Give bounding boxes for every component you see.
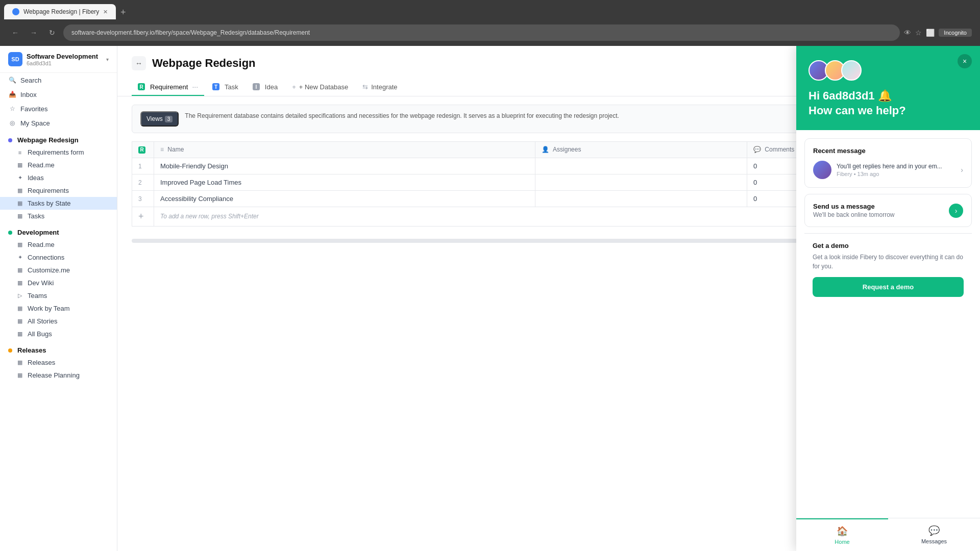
url-bar[interactable]: software-development.fibery.io/fibery/sp… [63, 24, 900, 41]
sub-item-teams[interactable]: ▷ Teams [0, 289, 117, 302]
workspace-header[interactable]: SD Software Development 6ad8d3d1 ▾ [0, 46, 117, 73]
assignees-icon: 👤 [542, 146, 549, 153]
section-releases-dot-icon [8, 348, 12, 353]
send-message-card[interactable]: Send us a message We'll be back online t… [804, 194, 972, 227]
sub-item-tasks-by-state[interactable]: ▦ Tasks by State [0, 197, 117, 210]
sidebar-item-favorites[interactable]: ☆ Favorites [0, 102, 117, 116]
sub-item-all-stories[interactable]: ▦ All Stories [0, 315, 117, 328]
tab-new-database[interactable]: + + New Database [286, 79, 354, 96]
chat-close-button[interactable]: × [958, 54, 972, 68]
demo-section: Get a demo Get a look inside Fibery to d… [804, 233, 972, 305]
request-demo-button[interactable]: Request a demo [813, 277, 964, 297]
sidebar: SD Software Development 6ad8d3d1 ▾ 🔍 Sea… [0, 46, 117, 551]
tab-integrate[interactable]: ⇆ Integrate [356, 79, 403, 96]
search-icon: 🔍 [8, 76, 16, 84]
tab-task[interactable]: T Task [206, 79, 244, 96]
tab-idea-label: Idea [265, 83, 278, 91]
section-name-releases: Releases [17, 346, 46, 354]
row-name-3[interactable]: Accessibility Compliance [154, 190, 535, 207]
sub-item-ideas[interactable]: ✦ Ideas [0, 171, 117, 184]
sub-item-all-bugs[interactable]: ▦ All Bugs [0, 328, 117, 340]
add-row-plus[interactable]: + [132, 207, 154, 226]
section-name-development: Development [17, 229, 59, 236]
section-development: Development ▦ Read.me ✦ Connections ▦ Cu… [0, 224, 117, 340]
section-dot-icon [8, 138, 12, 142]
workspace-info: Software Development 6ad8d3d1 [27, 53, 98, 66]
requirements-label: Requirements [28, 187, 69, 194]
row-assignees-3[interactable] [535, 190, 747, 207]
chat-header: × Hi 6ad8d3d1 🔔 How can we help? [796, 46, 980, 130]
sub-item-requirements[interactable]: ▦ Requirements [0, 184, 117, 197]
ideas-label: Ideas [28, 174, 44, 182]
all-bugs-icon: ▦ [16, 331, 23, 338]
inbox-icon: 📥 [8, 90, 16, 98]
recent-message-title: Recent message [813, 147, 963, 155]
section-header-webpage-redesign[interactable]: Webpage Redesign [0, 132, 117, 146]
recent-message-separator: • [854, 171, 857, 177]
chat-footer-home-tab[interactable]: 🏠 Home [796, 518, 888, 551]
refresh-button[interactable]: ↻ [45, 26, 59, 40]
chat-body: Recent message You'll get replies here a… [796, 130, 980, 518]
workspace-icon: SD [8, 52, 22, 66]
releases-icon: ▦ [16, 359, 23, 366]
views-button[interactable]: Views 3 [140, 111, 179, 127]
row-assignees-2[interactable] [535, 174, 747, 190]
devwiki-label: Dev Wiki [28, 279, 54, 287]
sidebar-item-search[interactable]: 🔍 Search [0, 73, 117, 87]
footer-messages-label: Messages [921, 538, 947, 544]
sub-item-release-planning[interactable]: ▦ Release Planning [0, 369, 117, 382]
tab-favicon [12, 8, 19, 15]
customize-icon: ▦ [16, 267, 23, 274]
back-navigation-icon[interactable]: ↔ [132, 56, 146, 70]
row-name-2[interactable]: Improved Page Load Times [154, 174, 535, 190]
row-assignees-1[interactable] [535, 158, 747, 174]
sub-item-releases[interactable]: ▦ Releases [0, 356, 117, 369]
recent-message-content: You'll get replies here and in your em..… [813, 161, 963, 179]
back-button[interactable]: ← [8, 26, 22, 40]
teams-label: Teams [28, 292, 47, 299]
tab-requirement[interactable]: R Requirement ··· [132, 79, 204, 96]
sub-item-work-by-team[interactable]: ▦ Work by Team [0, 302, 117, 315]
chat-footer-messages-tab[interactable]: 💬 Messages [888, 518, 980, 551]
comments-icon: 💬 [753, 146, 761, 153]
sub-item-readme-1[interactable]: ▦ Read.me [0, 159, 117, 171]
workspace-chevron-icon: ▾ [106, 57, 109, 62]
bookmark-icon[interactable]: ☆ [915, 29, 922, 37]
browser-icons: 👁 ☆ ⬜ Incognito [904, 29, 972, 37]
sub-item-tasks[interactable]: ▦ Tasks [0, 210, 117, 222]
tablet-icon[interactable]: ⬜ [926, 29, 935, 37]
sidebar-item-inbox[interactable]: 📥 Inbox [0, 87, 117, 102]
all-stories-icon: ▦ [16, 318, 23, 325]
profile-button[interactable]: Incognito [939, 29, 972, 37]
sidebar-item-myspace[interactable]: ◎ My Space [0, 116, 117, 130]
myspace-label: My Space [20, 119, 50, 127]
forward-button[interactable]: → [27, 26, 41, 40]
description-text: The Requirement database contains detail… [185, 111, 619, 120]
inbox-label: Inbox [20, 91, 37, 98]
task-tab-icon: T [212, 83, 219, 90]
recent-message-card[interactable]: Recent message You'll get replies here a… [804, 138, 972, 188]
new-tab-button[interactable]: + [116, 5, 130, 19]
home-icon: 🏠 [837, 525, 848, 537]
demo-description: Get a look inside Fibery to discover eve… [813, 253, 964, 271]
send-message-arrow-button[interactable]: › [949, 204, 963, 218]
greeting-line2: How can we help? [808, 104, 906, 117]
chat-greeting: Hi 6ad8d3d1 🔔 How can we help? [808, 89, 968, 118]
browser-tab-active[interactable]: Webpage Redesign | Fibery ✕ [4, 4, 116, 19]
tab-close-button[interactable]: ✕ [103, 9, 108, 15]
col-header-num: R [132, 142, 154, 158]
customize-label: Customize.me [28, 266, 70, 274]
sub-item-connections[interactable]: ✦ Connections [0, 251, 117, 264]
requirements-form-label: Requirements form [28, 148, 84, 156]
section-header-releases[interactable]: Releases [0, 342, 117, 356]
sub-item-devwiki[interactable]: ▦ Dev Wiki [0, 277, 117, 289]
row-name-1[interactable]: Mobile-Friendly Design [154, 158, 535, 174]
requirement-tab-dots-icon[interactable]: ··· [192, 83, 198, 91]
teams-icon: ▷ [16, 292, 23, 299]
readme-1-label: Read.me [28, 161, 55, 169]
section-header-development[interactable]: Development [0, 224, 117, 238]
tab-idea[interactable]: I Idea [247, 79, 284, 96]
sub-item-readme-dev[interactable]: ▦ Read.me [0, 238, 117, 251]
sub-item-customize[interactable]: ▦ Customize.me [0, 264, 117, 277]
sub-item-requirements-form[interactable]: ≡ Requirements form [0, 146, 117, 159]
